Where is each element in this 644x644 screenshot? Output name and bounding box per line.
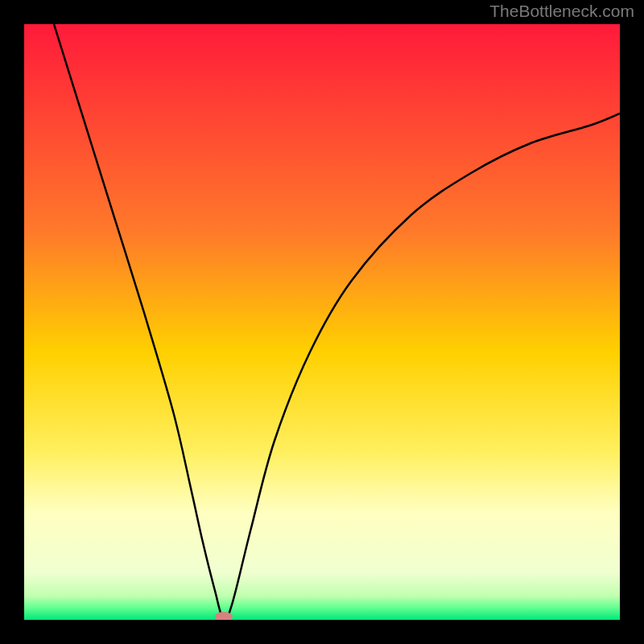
plot-area	[24, 24, 620, 620]
curve-layer	[24, 24, 620, 620]
bottleneck-curve	[54, 24, 620, 620]
attribution-watermark: TheBottleneck.com	[489, 2, 634, 21]
